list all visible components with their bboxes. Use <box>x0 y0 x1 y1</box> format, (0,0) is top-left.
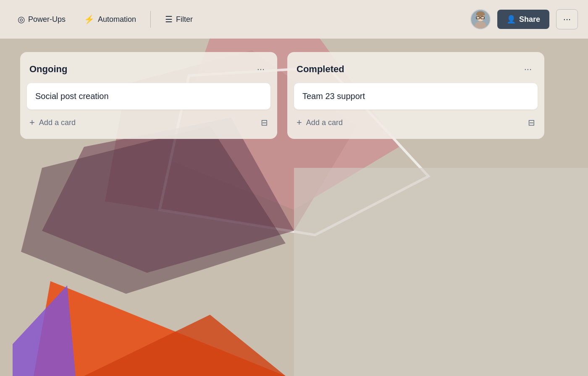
list-completed-title: Completed <box>297 64 344 75</box>
powerups-icon: ◎ <box>18 14 25 24</box>
board: Ongoing ··· Social post creation + Add a… <box>0 39 588 152</box>
share-icon: 👤 <box>507 15 516 24</box>
powerups-label: Power-Ups <box>28 15 66 24</box>
svg-rect-10 <box>294 168 588 376</box>
filter-button[interactable]: ☰ Filter <box>158 10 200 29</box>
more-icon: ··· <box>563 14 571 25</box>
avatar[interactable] <box>470 9 491 29</box>
add-card-completed-label: Add a card <box>306 118 343 127</box>
toolbar-divider <box>150 11 151 28</box>
list-ongoing-header: Ongoing ··· <box>27 60 270 78</box>
add-card-plus-icon: + <box>29 117 35 128</box>
add-card-plus-icon-completed: + <box>297 117 302 128</box>
filter-label: Filter <box>176 15 193 24</box>
automation-icon: ⚡ <box>84 14 94 24</box>
filter-icon: ☰ <box>165 14 173 24</box>
list-completed-header: Completed ··· <box>294 60 538 78</box>
svg-rect-18 <box>476 13 485 16</box>
list-completed-menu-button[interactable]: ··· <box>521 62 535 76</box>
share-button[interactable]: 👤 Share <box>497 10 549 29</box>
add-card-completed[interactable]: + Add a card ⊟ <box>294 115 538 131</box>
automation-label: Automation <box>98 15 136 24</box>
add-card-ongoing[interactable]: + Add a card ⊟ <box>27 115 270 131</box>
card-social-post-text: Social post creation <box>35 91 109 101</box>
powerups-button[interactable]: ◎ Power-Ups <box>10 10 73 29</box>
avatar-image <box>471 10 490 29</box>
card-template-icon-ongoing[interactable]: ⊟ <box>261 118 268 128</box>
card-team-support-text: Team 23 support <box>302 91 365 101</box>
list-ongoing-menu-button[interactable]: ··· <box>254 62 268 76</box>
automation-button[interactable]: ⚡ Automation <box>76 10 144 29</box>
list-ongoing: Ongoing ··· Social post creation + Add a… <box>20 52 277 139</box>
card-social-post[interactable]: Social post creation <box>27 83 270 110</box>
toolbar: ◎ Power-Ups ⚡ Automation ☰ Filter <box>0 0 588 39</box>
more-button[interactable]: ··· <box>556 9 578 29</box>
card-template-icon-completed[interactable]: ⊟ <box>528 118 535 128</box>
share-label: Share <box>519 15 540 24</box>
list-ongoing-title: Ongoing <box>29 64 67 75</box>
add-card-ongoing-label: Add a card <box>39 118 76 127</box>
list-completed: Completed ··· Team 23 support + Add a ca… <box>287 52 544 139</box>
card-team-support[interactable]: Team 23 support <box>294 83 538 110</box>
